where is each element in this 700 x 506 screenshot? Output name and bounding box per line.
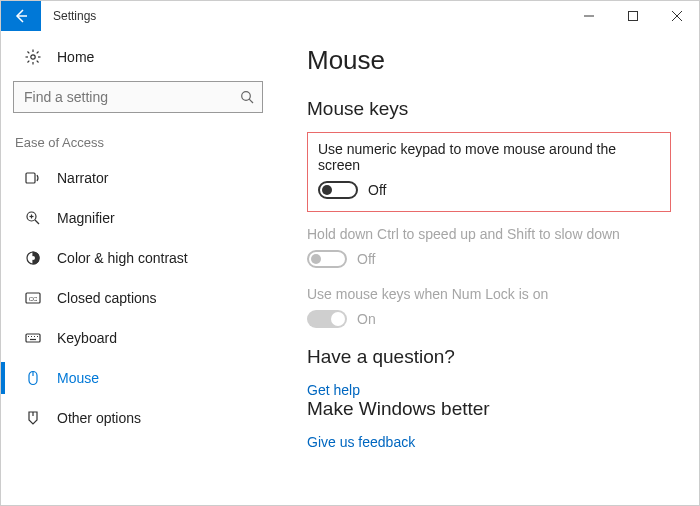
svg-line-6 [28, 52, 30, 54]
get-help-link[interactable]: Get help [307, 382, 360, 398]
sidebar-item-keyboard[interactable]: Keyboard [13, 318, 271, 358]
search-icon [240, 90, 254, 104]
sidebar-item-label: Closed captions [57, 290, 157, 306]
gear-icon [21, 49, 45, 65]
home-label: Home [57, 49, 94, 65]
minimize-icon [584, 11, 594, 21]
highlighted-setting: Use numeric keypad to move mouse around … [307, 132, 671, 212]
svg-text:CC: CC [29, 296, 38, 302]
search-box[interactable] [13, 81, 263, 113]
window-controls [567, 1, 699, 31]
back-button[interactable] [1, 1, 41, 31]
setting-ctrl-shift: Hold down Ctrl to speed up and Shift to … [307, 226, 671, 268]
sidebar-item-magnifier[interactable]: Magnifier [13, 198, 271, 238]
sidebar-item-mouse[interactable]: Mouse [13, 358, 271, 398]
window-title: Settings [41, 1, 108, 31]
sidebar-item-label: Mouse [57, 370, 99, 386]
contrast-icon [21, 250, 45, 266]
mouse-icon [21, 370, 45, 386]
setting-numlock: Use mouse keys when Num Lock is on On [307, 286, 671, 328]
minimize-button[interactable] [567, 1, 611, 31]
close-button[interactable] [655, 1, 699, 31]
sidebar-item-label: Color & high contrast [57, 250, 188, 266]
sidebar-item-label: Other options [57, 410, 141, 426]
toggle-numeric-keypad[interactable]: Off [318, 181, 660, 199]
svg-point-10 [242, 92, 251, 101]
page-title: Mouse [307, 45, 671, 76]
svg-rect-12 [26, 173, 35, 183]
setting-numlock-label: Use mouse keys when Num Lock is on [307, 286, 671, 302]
magnifier-icon [21, 210, 45, 226]
sidebar-item-color-contrast[interactable]: Color & high contrast [13, 238, 271, 278]
sidebar-item-label: Narrator [57, 170, 108, 186]
cc-icon: CC [21, 290, 45, 306]
svg-line-7 [37, 61, 39, 63]
svg-line-14 [35, 220, 39, 224]
sidebar-item-label: Magnifier [57, 210, 115, 226]
toggle-ctrl-shift: Off [307, 250, 671, 268]
toggle-state-label: On [357, 311, 376, 327]
sidebar-item-other-options[interactable]: Other options [13, 398, 271, 438]
svg-line-8 [37, 52, 39, 54]
give-feedback-link[interactable]: Give us feedback [307, 434, 415, 450]
section-mouse-keys: Mouse keys [307, 98, 671, 120]
svg-point-18 [31, 256, 35, 260]
narrator-icon [21, 170, 45, 186]
arrow-left-icon [13, 8, 29, 24]
body: Home Ease of Access Narrator Magnifi [1, 31, 699, 505]
search-input[interactable] [22, 88, 240, 106]
setting-numeric-keypad-label: Use numeric keypad to move mouse around … [318, 141, 660, 173]
home-nav[interactable]: Home [13, 43, 271, 71]
sidebar-item-label: Keyboard [57, 330, 117, 346]
setting-ctrl-shift-label: Hold down Ctrl to speed up and Shift to … [307, 226, 671, 242]
toggle-switch [307, 250, 347, 268]
maximize-button[interactable] [611, 1, 655, 31]
section-feedback: Make Windows better [307, 398, 671, 420]
svg-rect-0 [629, 12, 638, 21]
sidebar-item-closed-captions[interactable]: CC Closed captions [13, 278, 271, 318]
toggle-switch [307, 310, 347, 328]
section-question: Have a question? [307, 346, 671, 368]
keyboard-icon [21, 330, 45, 346]
content-pane: Mouse Mouse keys Use numeric keypad to m… [271, 31, 699, 505]
sidebar-group-header: Ease of Access [13, 131, 271, 158]
other-options-icon [21, 410, 45, 426]
maximize-icon [628, 11, 638, 21]
svg-point-1 [31, 55, 35, 59]
sidebar-item-narrator[interactable]: Narrator [13, 158, 271, 198]
titlebar: Settings [1, 1, 699, 31]
svg-line-9 [28, 61, 30, 63]
sidebar: Home Ease of Access Narrator Magnifi [1, 31, 271, 505]
toggle-numlock: On [307, 310, 671, 328]
settings-window: Settings Home [0, 0, 700, 506]
svg-rect-21 [26, 334, 40, 342]
svg-line-11 [249, 99, 253, 103]
toggle-switch[interactable] [318, 181, 358, 199]
toggle-state-label: Off [368, 182, 386, 198]
close-icon [672, 11, 682, 21]
toggle-state-label: Off [357, 251, 375, 267]
